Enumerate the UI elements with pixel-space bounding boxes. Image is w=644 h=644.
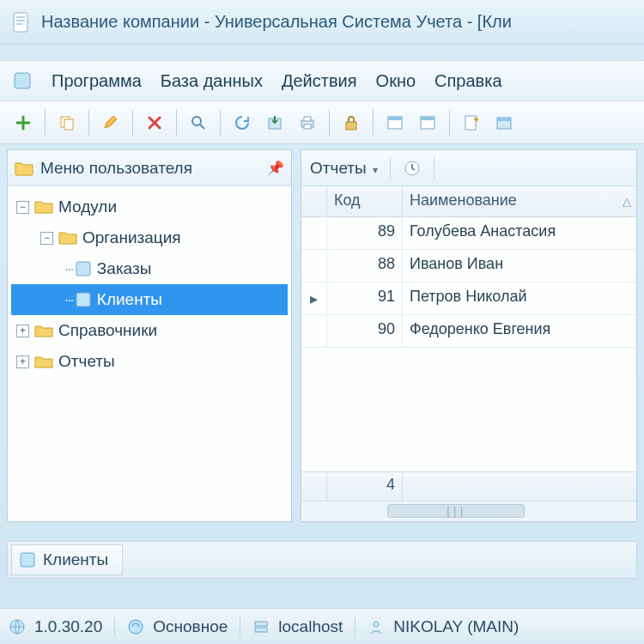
open-icon (495, 113, 513, 132)
tree-node-reports[interactable]: + Отчеты (11, 346, 288, 377)
tb-window2-button[interactable] (414, 109, 441, 137)
svg-rect-12 (346, 122, 356, 130)
table-row[interactable]: 90 Федоренко Евгения (301, 315, 636, 348)
menu-database[interactable]: База данных (161, 71, 263, 91)
menu-window[interactable]: Окно (376, 71, 416, 91)
sep (390, 157, 391, 179)
tree-node-clients[interactable]: ··· Клиенты (11, 284, 288, 315)
status-connection: Основное (153, 617, 228, 636)
svg-rect-16 (421, 117, 434, 120)
cell-name: Голубева Анастасия (403, 217, 636, 249)
tree-node-orders[interactable]: ··· Заказы (11, 253, 288, 284)
status-host: localhost (278, 617, 343, 636)
export-icon (265, 113, 284, 132)
tree-label: Заказы (97, 259, 152, 278)
tree-node-organization[interactable]: − Организация (11, 222, 288, 253)
grip-icon: │││ (446, 507, 466, 517)
copy-icon (58, 113, 76, 132)
tb-sep (220, 110, 221, 136)
svg-rect-19 (497, 118, 511, 121)
tb-edit-button[interactable] (97, 109, 125, 137)
tb-refresh-button[interactable] (228, 109, 256, 137)
tree-node-refs[interactable]: + Справочники (11, 315, 288, 346)
svg-rect-4 (15, 73, 30, 88)
svg-rect-23 (21, 553, 34, 567)
grid-panel: Отчеты ▾ Код Наименование △ 89 (301, 149, 637, 522)
tb-new-button[interactable] (458, 109, 485, 137)
gap (0, 45, 644, 60)
tree-panel-title: Меню пользователя (40, 159, 267, 178)
sep (434, 157, 434, 179)
tab-clients[interactable]: Клиенты (11, 544, 123, 575)
status-user: NIKOLAY (MAIN) (393, 617, 519, 636)
table-row[interactable]: ▸ 91 Петров Николай (301, 283, 636, 315)
pin-icon[interactable]: 📌 (267, 160, 284, 176)
row-indicator (301, 217, 327, 249)
chevron-down-icon: ▾ (373, 164, 378, 176)
menubar: Программа База данных Действия Окно Спра… (0, 60, 644, 101)
tb-print-button[interactable] (294, 109, 321, 137)
grid-indicator-header (301, 186, 327, 216)
reports-label: Отчеты (310, 159, 367, 177)
cell-code: 91 (327, 283, 403, 314)
tb-add-button[interactable] (9, 109, 37, 137)
grid-footer: 4 (301, 471, 636, 501)
col-code-header[interactable]: Код (327, 186, 403, 216)
scrollbar-thumb[interactable]: │││ (387, 504, 525, 518)
grid-header: Код Наименование △ (301, 186, 636, 217)
expander-icon[interactable]: + (16, 325, 29, 337)
pencil-icon (101, 113, 120, 132)
cell-code: 89 (327, 217, 403, 249)
expander-icon[interactable]: − (16, 201, 29, 214)
tb-sep (45, 110, 46, 136)
clock-icon[interactable] (403, 159, 422, 178)
tree: − Модули − Организация ··· Заказы ··· (8, 186, 291, 382)
cell-name: Петров Николай (403, 283, 636, 314)
search-icon (189, 113, 208, 132)
tb-lock-button[interactable] (337, 109, 365, 137)
svg-rect-6 (64, 119, 73, 130)
print-icon (298, 113, 317, 132)
folder-icon (34, 323, 53, 338)
expander-icon[interactable]: + (16, 355, 29, 368)
tb-open-button[interactable] (490, 109, 518, 137)
new-doc-icon (462, 113, 481, 132)
tb-window1-button[interactable] (381, 109, 409, 137)
tb-sep (132, 110, 133, 136)
grid-empty (301, 348, 636, 471)
svg-rect-17 (465, 116, 476, 130)
server-icon (252, 618, 270, 635)
svg-rect-27 (255, 628, 267, 632)
tb-sep (176, 110, 177, 136)
cell-code: 90 (327, 315, 403, 347)
row-indicator-current-icon: ▸ (301, 283, 327, 314)
tb-search-button[interactable] (185, 109, 212, 137)
status-version: 1.0.30.20 (34, 617, 102, 636)
table-row[interactable]: 89 Голубева Анастасия (301, 217, 636, 250)
sep (240, 617, 240, 637)
globe-icon (9, 618, 26, 635)
expander-icon[interactable]: − (40, 232, 53, 245)
user-icon (368, 618, 385, 635)
menu-actions[interactable]: Действия (282, 71, 357, 91)
menu-program[interactable]: Программа (52, 71, 142, 91)
x-icon (145, 113, 164, 132)
workspace: Меню пользователя 📌 − Модули − Организац… (0, 144, 644, 522)
table-row[interactable]: 88 Иванов Иван (301, 250, 636, 283)
reports-dropdown[interactable]: Отчеты ▾ (310, 159, 378, 178)
titlebar: Название компании - Универсальная Систем… (0, 0, 644, 45)
menu-help[interactable]: Справка (434, 71, 501, 91)
col-name-header[interactable]: Наименование △ (403, 186, 636, 216)
svg-rect-14 (388, 117, 402, 120)
tb-copy-button[interactable] (53, 109, 81, 137)
tree-label: Отчеты (58, 352, 115, 371)
tree-line-icon: ··· (64, 290, 73, 309)
tb-delete-button[interactable] (141, 109, 168, 137)
window-icon (418, 113, 437, 132)
tb-export-button[interactable] (261, 109, 289, 137)
horizontal-scrollbar[interactable]: │││ (301, 501, 636, 521)
tree-node-modules[interactable]: − Модули (11, 191, 288, 222)
menu-app-icon (12, 70, 33, 91)
tb-sep (449, 110, 450, 136)
window-icon (386, 113, 404, 132)
